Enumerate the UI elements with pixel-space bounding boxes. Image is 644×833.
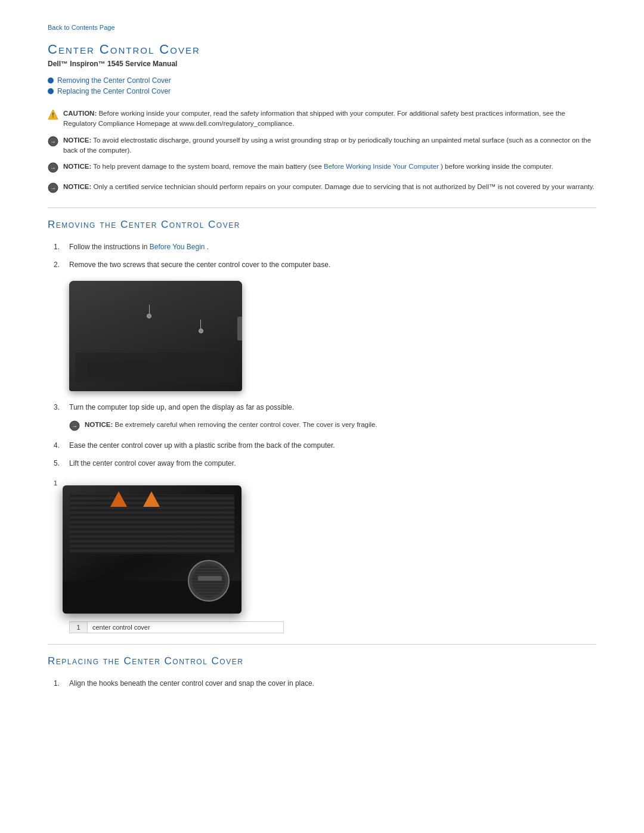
notice-block-2: → NOTICE: To avoid electrostatic dischar…	[48, 135, 596, 156]
notice-text-2: To avoid electrostatic discharge, ground…	[63, 137, 591, 154]
toc-item-removing: Removing the Center Control Cover	[48, 76, 596, 85]
table-label-cell: center control cover	[88, 621, 284, 633]
notice-block-4: → NOTICE: Only a certified service techn…	[48, 182, 596, 196]
replacing-step-1: 1. Align the hooks beneath the center co…	[54, 678, 596, 689]
divider-1	[48, 208, 596, 208]
before-working-link[interactable]: Before Working Inside Your Computer	[324, 163, 439, 170]
replacing-steps-list: 1. Align the hooks beneath the center co…	[54, 678, 596, 689]
svg-text:→: →	[50, 165, 56, 171]
notice-fragile-text: Be extremely careful when removing the c…	[114, 421, 377, 428]
step-3: 3. Turn the computer top side up, and op…	[54, 402, 596, 413]
svg-text:→: →	[50, 138, 56, 145]
step-4: 4. Ease the center control cover up with…	[54, 440, 596, 451]
step-num-5: 5.	[54, 458, 69, 469]
step-num-4: 4.	[54, 440, 69, 451]
back-to-contents-link[interactable]: Back to Contents Page	[48, 24, 596, 31]
svg-text:!: !	[52, 112, 54, 119]
toc-list: Removing the Center Control Cover Replac…	[48, 76, 596, 95]
step-5: 5. Lift the center control cover away fr…	[54, 458, 596, 469]
step-2: 2. Remove the two screws that secure the…	[54, 259, 596, 270]
table-row: 1 center control cover	[70, 621, 284, 633]
notice-text-3: To help prevent damage to the system boa…	[93, 163, 324, 170]
notice-fragile: → NOTICE: Be extremely careful when remo…	[69, 420, 596, 434]
table-num-cell: 1	[70, 621, 88, 633]
replacing-step-num-1: 1.	[54, 678, 69, 689]
step-num-3: 3.	[54, 402, 69, 413]
removing-steps-list-3: 4. Ease the center control cover up with…	[54, 440, 596, 469]
notice-arrow-icon-4: →	[69, 420, 80, 434]
toc-item-replacing: Replacing the Center Control Cover	[48, 87, 596, 95]
bullet-icon	[48, 78, 54, 83]
bullet-icon	[48, 88, 54, 94]
step-num-marker: 1	[54, 479, 57, 487]
caution-text-1: Before working inside your computer, rea…	[63, 110, 565, 127]
step-1-text: Follow the instructions in	[69, 243, 150, 251]
removing-steps-list: 1. Follow the instructions in Before You…	[54, 241, 596, 270]
toc-link-removing[interactable]: Removing the Center Control Cover	[57, 76, 171, 85]
notice-text-3b: ) before working inside the computer.	[441, 163, 553, 170]
notice-arrow-icon-1: →	[48, 136, 58, 150]
caution-icon: !	[48, 109, 58, 123]
notice-fragile-label: NOTICE:	[85, 421, 113, 428]
svg-text:→: →	[50, 185, 56, 191]
caption-table: 1 center control cover	[69, 621, 284, 633]
notice-arrow-icon-2: →	[48, 162, 58, 176]
page-title: Center Control Cover	[48, 42, 596, 57]
replacing-section-title: Replacing the Center Control Cover	[48, 655, 596, 667]
notice-caution-1: ! CAUTION: Before working inside your co…	[48, 109, 596, 129]
notice-label-3: NOTICE:	[63, 163, 91, 170]
step-1-after: .	[207, 243, 209, 251]
notice-text-4: Only a certified service technician shou…	[93, 183, 594, 190]
laptop-open-image-container: 1	[54, 479, 244, 617]
step-num-2: 2.	[54, 259, 69, 270]
removing-steps-list-2: 3. Turn the computer top side up, and op…	[54, 402, 596, 413]
notice-label-2: NOTICE:	[63, 137, 91, 144]
removing-section-title: Removing the Center Control Cover	[48, 219, 596, 231]
notice-label-4: NOTICE:	[63, 183, 91, 190]
notice-arrow-icon-3: →	[48, 182, 58, 196]
notice-block-3: → NOTICE: To help prevent damage to the …	[48, 162, 596, 176]
before-you-begin-link[interactable]: Before You Begin	[150, 243, 205, 251]
laptop-bottom-image	[69, 281, 242, 391]
step-5-text: Lift the center control cover away from …	[69, 458, 596, 469]
step-4-text: Ease the center control cover up with a …	[69, 440, 596, 451]
laptop-bottom-image-container	[69, 281, 596, 391]
svg-text:→: →	[72, 423, 78, 429]
divider-2	[48, 644, 596, 645]
step-num-1: 1.	[54, 241, 69, 252]
step-1: 1. Follow the instructions in Before You…	[54, 241, 596, 252]
replacing-step-1-text: Align the hooks beneath the center contr…	[69, 678, 596, 689]
step-3-text: Turn the computer top side up, and open …	[69, 402, 596, 413]
step-2-text: Remove the two screws that secure the ce…	[69, 259, 596, 270]
toc-link-replacing[interactable]: Replacing the Center Control Cover	[57, 87, 171, 95]
page-subtitle: Dell™ Inspiron™ 1545 Service Manual	[48, 60, 596, 68]
caution-label: CAUTION:	[63, 110, 97, 117]
